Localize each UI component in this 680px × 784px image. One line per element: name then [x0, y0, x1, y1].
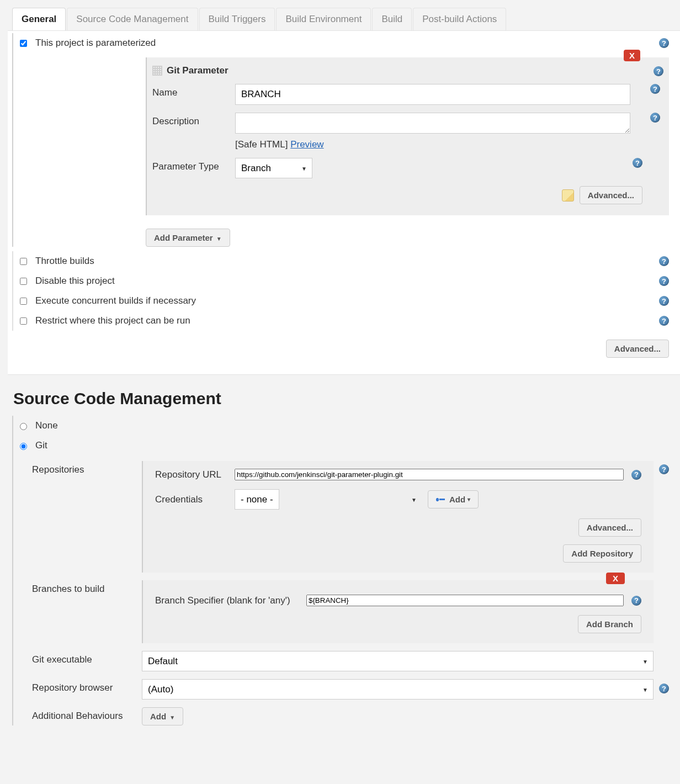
param-type-label: Parameter Type — [152, 158, 233, 172]
help-icon[interactable] — [659, 276, 669, 286]
tab-build-environment[interactable]: Build Environment — [276, 8, 371, 30]
git-parameter-box: X Git Parameter Name Descrip — [146, 57, 669, 215]
scm-none-label: None — [35, 420, 58, 431]
help-icon[interactable] — [631, 470, 641, 480]
tab-scm[interactable]: Source Code Management — [67, 8, 198, 30]
notes-icon — [562, 189, 574, 202]
repo-url-input[interactable] — [235, 469, 624, 480]
restrict-checkbox[interactable] — [20, 317, 27, 325]
restrict-label: Restrict where this project can be run — [35, 315, 190, 326]
git-exec-label: Git executable — [32, 651, 140, 671]
help-icon[interactable] — [650, 113, 660, 123]
scm-git-radio[interactable] — [20, 443, 27, 450]
param-name-input[interactable] — [235, 84, 630, 105]
help-icon[interactable] — [654, 66, 663, 76]
help-icon[interactable] — [659, 684, 669, 693]
tab-general[interactable]: General — [12, 8, 66, 30]
parameterized-label: This project is parameterized — [35, 38, 156, 49]
git-exec-select[interactable]: Default — [142, 651, 654, 671]
add-behaviour-button[interactable]: Add▼ — [142, 707, 183, 725]
tab-build[interactable]: Build — [372, 8, 412, 30]
add-parameter-button[interactable]: Add Parameter▼ — [146, 229, 230, 247]
help-icon[interactable] — [631, 596, 641, 606]
parameter-title: Git Parameter — [167, 65, 229, 76]
help-icon[interactable] — [659, 38, 669, 48]
repository-box: Repository URL Credentials - none - — [142, 461, 654, 573]
help-icon[interactable] — [659, 464, 669, 474]
branches-box: X Branch Specifier (blank for 'any') Add… — [142, 580, 654, 643]
repo-advanced-button[interactable]: Advanced... — [578, 518, 641, 537]
branch-spec-input[interactable] — [306, 595, 624, 606]
help-icon[interactable] — [633, 158, 642, 168]
concurrent-label: Execute concurrent builds if necessary — [35, 295, 196, 306]
add-branch-button[interactable]: Add Branch — [578, 615, 641, 633]
key-icon — [436, 497, 446, 502]
tab-build-triggers[interactable]: Build Triggers — [199, 8, 275, 30]
help-icon[interactable] — [650, 84, 660, 94]
repositories-label: Repositories — [32, 461, 140, 573]
behaviours-label: Additional Behaviours — [32, 707, 140, 725]
drag-handle-icon[interactable] — [152, 66, 162, 76]
throttle-label: Throttle builds — [35, 256, 94, 267]
repo-browser-label: Repository browser — [32, 679, 140, 700]
disable-label: Disable this project — [35, 276, 115, 287]
help-icon[interactable] — [659, 256, 669, 266]
add-repository-button[interactable]: Add Repository — [563, 544, 641, 563]
preview-link[interactable]: Preview — [290, 139, 323, 150]
credentials-label: Credentials — [155, 494, 232, 505]
repo-browser-select[interactable]: (Auto) — [142, 679, 654, 700]
branches-label: Branches to build — [32, 580, 140, 643]
param-desc-input[interactable] — [235, 113, 630, 134]
throttle-checkbox[interactable] — [20, 258, 27, 265]
disable-checkbox[interactable] — [20, 278, 27, 285]
scm-heading: Source Code Management — [8, 374, 680, 416]
concurrent-checkbox[interactable] — [20, 298, 27, 305]
remove-parameter-button[interactable]: X — [624, 50, 640, 61]
help-icon[interactable] — [659, 316, 669, 326]
general-advanced-button[interactable]: Advanced... — [606, 340, 669, 358]
help-icon[interactable] — [659, 296, 669, 306]
credentials-select[interactable]: - none - — [235, 489, 279, 510]
param-type-select[interactable]: Branch — [235, 158, 312, 178]
parameterized-checkbox[interactable] — [20, 40, 27, 47]
param-desc-label: Description — [152, 113, 233, 127]
branch-spec-label: Branch Specifier (blank for 'any') — [155, 595, 304, 606]
scm-none-radio[interactable] — [20, 423, 27, 430]
scm-git-label: Git — [35, 440, 47, 451]
remove-branch-button[interactable]: X — [606, 573, 625, 584]
param-name-label: Name — [152, 84, 233, 98]
safe-html-label: [Safe HTML] — [235, 139, 288, 150]
add-credentials-button[interactable]: Add ▾ — [428, 490, 479, 508]
tab-post-build[interactable]: Post-build Actions — [413, 8, 506, 30]
config-tabs: General Source Code Management Build Tri… — [8, 0, 680, 30]
repo-url-label: Repository URL — [155, 469, 232, 480]
parameter-advanced-button[interactable]: Advanced... — [580, 186, 642, 204]
